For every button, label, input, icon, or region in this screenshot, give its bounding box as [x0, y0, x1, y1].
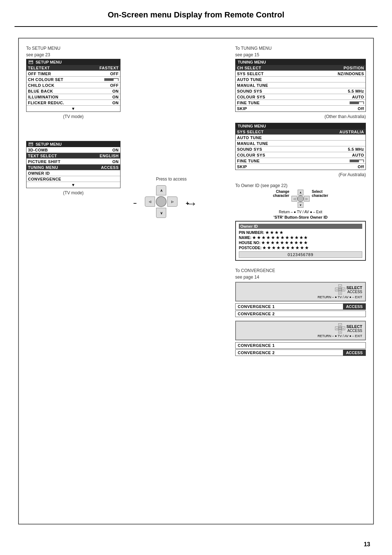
- setup2-row-more: ▼: [26, 182, 120, 188]
- dpad-center-btn[interactable]: [156, 196, 167, 207]
- tuning-other-row-auto-tune: AUTO TUNE: [236, 77, 366, 82]
- setup-row-blue-back: BLUE BACK ON: [26, 88, 120, 94]
- setup2-row-tuning-menu: TUNING MENU ACCESS: [26, 165, 120, 170]
- tuning-aus-row-manual-tune: MANUAL TUNE: [236, 141, 366, 146]
- dpad-minus-label: −: [133, 200, 136, 207]
- conv-ctrl2-access: ACCESS: [347, 329, 362, 333]
- owner-return-label: Return – ● TV / AV ● – Exit: [235, 210, 366, 214]
- convergence-label-above: To CONVERGENCE: [235, 268, 366, 273]
- convergence-row-2b: CONVERGENCE 2 ACCESS: [235, 349, 366, 356]
- dpad-plus-label: +: [186, 200, 189, 207]
- conv-ctrl2-return: RETURN – ● TV / AV ● – EXIT: [318, 334, 362, 338]
- tuning-other-caption: (Other than Australia): [235, 114, 366, 119]
- tuning-menu-other-box: TUNING MENU CH SELECT POSITION SYS SELEC…: [235, 59, 366, 112]
- owner-id-postcode: POSTCODE: ★ ★ ★ ★ ★ ★ ★ ★ ★ ★: [239, 246, 362, 250]
- main-content: To SETUP MENU see page 23 SETUP MENU TEL…: [18, 38, 374, 524]
- convergence-row-1b: CONVERGENCE 2: [235, 311, 366, 317]
- dpad-down-btn[interactable]: ∨: [156, 208, 166, 218]
- convergence-label-above2: see page 14: [235, 275, 366, 280]
- conv-ctrl1-access: ACCESS: [347, 290, 362, 294]
- owner-id-numrow: 0123456789: [239, 251, 362, 258]
- setup-row-child-lock: CHILD LOCK OFF: [26, 82, 120, 88]
- dpad-left-btn[interactable]: ◁: [145, 197, 155, 207]
- conv-ctrl1-select: SELECT: [347, 285, 362, 290]
- menu-icon-1: [29, 60, 33, 64]
- convergence-ctrl-panel-1: ∧ ∨ ◁ ▷ SELECT ACCESS RETURN – ● TV / AV…: [235, 282, 366, 301]
- tuning-aus-row-colour-sys: COLOUR SYS AUTO: [236, 152, 366, 158]
- conv-ctrl1-return: RETURN – ● TV / AV ● – EXIT: [318, 295, 362, 299]
- page-number: 13: [364, 541, 370, 548]
- setup-row-ch-colour: CH COLOUR SET: [26, 77, 120, 82]
- tuning-other-row-fine-tune: FINE TUNE: [236, 100, 366, 106]
- setup-menu-2-box: SETUP MENU 3D-COMB ON TEXT SELECT ENGLIS…: [26, 141, 121, 188]
- tuning-other-row-sys-select: SYS SELECT NZ/INDONES: [236, 71, 366, 77]
- setup-menu-1-label-above: To SETUP MENU: [26, 46, 121, 51]
- tuning-aus-row-sound-sys: SOUND SYS 5.5 MHz: [236, 146, 366, 152]
- owner-id-name: NAME: ★ ★ ★ ★ ★ ★ ★ ★ ★ ★ ★ ★: [239, 235, 362, 240]
- tuning-australia-title: TUNING MENU: [236, 123, 366, 129]
- owner-id-title-bar: Owner ID: [239, 224, 362, 229]
- setup-menu-1-label-above2: see page 23: [26, 52, 121, 57]
- str-button-label: 'STR' Button-Store Owner ID: [235, 215, 366, 219]
- setup-row-illumination: ILLUMINATION ON: [26, 94, 120, 100]
- tuning-other-label1: To TUNING MENU: [235, 46, 366, 51]
- setup-menu-1-box: SETUP MENU TELETEXT FASTEXT OFF TIMER OF…: [26, 59, 121, 112]
- setup-row-teletext: TELETEXT FASTEXT: [26, 65, 120, 71]
- dpad-right-btn[interactable]: ▷: [167, 197, 177, 207]
- owner-id-label-above: To Owner ID (see page 22): [235, 183, 366, 188]
- setup-menu-1-title: SETUP MENU: [26, 59, 120, 65]
- tuning-other-row-colour-sys: COLOUR SYS AUTO: [236, 94, 366, 100]
- tuning-aus-row-auto-tune: AUTO TUNE: [236, 135, 366, 141]
- setup2-row-convergence: CONVERGENCE: [26, 176, 120, 182]
- setup2-row-picture-shift: PICTURE SHIFT ON: [26, 159, 120, 165]
- convergence-ctrl-panel-2: ∧ ∨ ◁ ▷ SELECT ACCESS RETURN – ● TV / AV…: [235, 321, 366, 340]
- setup2-row-3dcomb: 3D-COMB ON: [26, 147, 120, 153]
- tuning-australia-box: TUNING MENU SYS SELECT AUSTRALIA AUTO TU…: [235, 123, 366, 170]
- setup2-row-text-select: TEXT SELECT ENGLISH: [26, 153, 120, 159]
- page-title: On-Screen menu Display from Remote Contr…: [15, 0, 377, 27]
- setup-menu-1-caption: (TV mode): [26, 114, 121, 119]
- conv-ctrl2-select: SELECT: [347, 324, 362, 329]
- convergence-row-2a: CONVERGENCE 1: [235, 342, 366, 349]
- tuning-aus-row-fine-tune: FINE TUNE: [236, 158, 366, 164]
- tuning-other-row-manual-tune: MANUAL TUNE: [236, 82, 366, 88]
- press-to-access-label: Press to access: [131, 177, 211, 182]
- dpad-up-btn[interactable]: ∧: [156, 185, 166, 195]
- setup-row-off-timer: OFF TIMER OFF: [26, 71, 120, 77]
- setup-row-more1: ▼: [26, 106, 120, 112]
- tuning-australia-caption: (For Australia): [235, 172, 366, 177]
- tuning-other-row-ch-select: CH SELECT POSITION: [236, 65, 366, 71]
- owner-id-house: HOUSE NO: ★ ★ ★ ★ ★ ★ ★ ★ ★ ★: [239, 240, 362, 245]
- owner-id-pin: PIN NUMBER: ★ ★ ★ ★: [239, 230, 362, 235]
- owner-id-box: Owner ID PIN NUMBER: ★ ★ ★ ★ NAME: ★ ★ ★…: [235, 221, 366, 261]
- tuning-aus-row-skip: SKIP Off: [236, 164, 366, 170]
- tuning-other-row-skip: SKIP Off: [236, 106, 366, 112]
- tuning-other-label2: see page 15: [235, 52, 366, 57]
- tuning-other-row-sound-sys: SOUND SYS 5.5 MHz: [236, 88, 366, 94]
- setup-row-flicker: FLICKER REDUC. ON: [26, 100, 120, 106]
- convergence-row-1a: CONVERGENCE 1 ACCESS: [235, 303, 366, 310]
- setup-menu-2-caption: (TV mode): [26, 190, 121, 195]
- tuning-other-title: TUNING MENU: [236, 59, 366, 65]
- setup-menu-2-title: SETUP MENU: [26, 141, 120, 147]
- tuning-aus-row-sys-select: SYS SELECT AUSTRALIA: [236, 129, 366, 135]
- setup2-row-owner-id: OWNER ID: [26, 170, 120, 176]
